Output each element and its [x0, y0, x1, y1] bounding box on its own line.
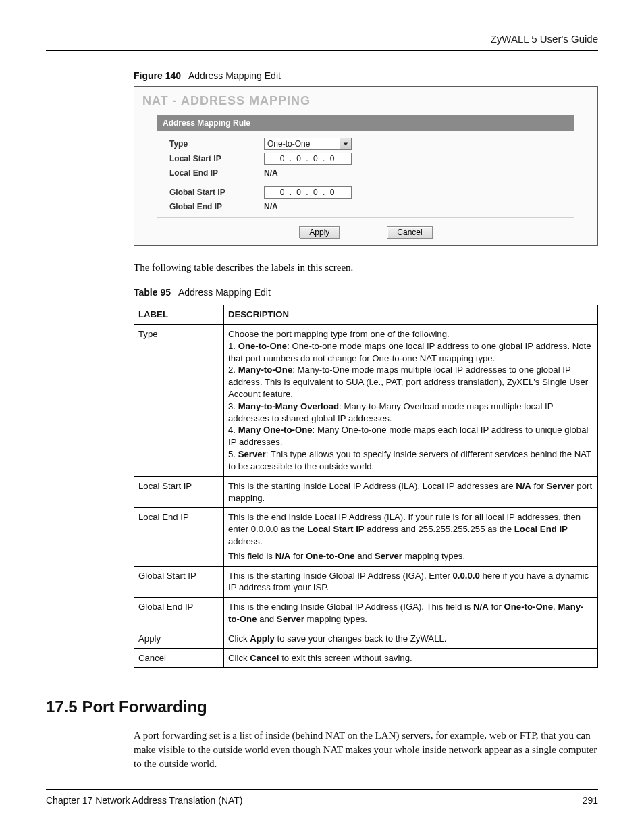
- table-cell-label: Global End IP: [134, 598, 224, 629]
- local-end-ip-label: Local End IP: [157, 167, 264, 178]
- table-number: Table 95: [134, 287, 171, 298]
- figure-screenshot: NAT - ADDRESS MAPPING Address Mapping Ru…: [134, 86, 598, 246]
- button-separator: [157, 217, 574, 218]
- dropdown-arrow-icon[interactable]: [340, 138, 351, 149]
- cancel-button[interactable]: Cancel: [387, 226, 432, 238]
- table-cell-desc: This is the end Inside Local IP Address …: [224, 508, 598, 566]
- svg-marker-0: [344, 142, 348, 145]
- table-row: Global End IPThis is the ending Inside G…: [134, 598, 598, 629]
- footer-rule: [46, 789, 598, 790]
- table-header-desc: DESCRIPTION: [224, 305, 598, 325]
- intro-paragraph: The following table describes the labels…: [134, 261, 598, 274]
- type-row: Type One-to-One: [157, 138, 574, 150]
- table-cell-desc: This is the ending Inside Global IP Addr…: [224, 598, 598, 629]
- table-row: Global Start IPThis is the starting Insi…: [134, 566, 598, 598]
- running-header: ZyWALL 5 User's Guide: [46, 32, 598, 46]
- table-row: Local Start IPThis is the starting Insid…: [134, 476, 598, 508]
- table-title: Address Mapping Edit: [178, 287, 271, 298]
- button-row: Apply Cancel: [134, 226, 597, 238]
- table-cell-label: Type: [134, 324, 224, 476]
- global-start-ip-input[interactable]: 0 . 0 . 0 . 0: [264, 186, 352, 199]
- description-table: LABEL DESCRIPTION TypeChoose the port ma…: [134, 305, 598, 668]
- fields-area: Type One-to-One Local Start IP 0 . 0 . 0…: [157, 138, 574, 212]
- table-cell-label: Apply: [134, 629, 224, 648]
- footer: Chapter 17 Network Address Translation (…: [46, 789, 598, 807]
- section-heading: 17.5 Port Forwarding: [46, 696, 598, 718]
- table-caption: Table 95 Address Mapping Edit: [134, 286, 598, 299]
- global-start-ip-label: Global Start IP: [157, 187, 264, 198]
- header-rule: [46, 50, 598, 51]
- table-cell-label: Local Start IP: [134, 476, 224, 508]
- local-end-ip-value: N/A: [264, 167, 278, 178]
- table-cell-label: Cancel: [134, 648, 224, 668]
- global-start-ip-row: Global Start IP 0 . 0 . 0 . 0: [157, 186, 574, 199]
- table-row: TypeChoose the port mapping type from on…: [134, 324, 598, 476]
- figure-caption: Figure 140 Address Mapping Edit: [134, 70, 598, 82]
- table-cell-desc: Choose the port mapping type from one of…: [224, 324, 598, 476]
- local-start-ip-input[interactable]: 0 . 0 . 0 . 0: [264, 153, 352, 165]
- table-cell-desc: Click Apply to save your changes back to…: [224, 629, 598, 648]
- figure-number: Figure 140: [134, 70, 181, 81]
- apply-button[interactable]: Apply: [299, 226, 340, 238]
- address-mapping-rule-bar: Address Mapping Rule: [157, 115, 574, 130]
- local-start-ip-row: Local Start IP 0 . 0 . 0 . 0: [157, 153, 574, 165]
- type-label: Type: [157, 138, 264, 149]
- main-column: Figure 140 Address Mapping Edit NAT - AD…: [134, 70, 598, 668]
- footer-right: 291: [583, 794, 598, 807]
- table-cell-desc: This is the starting Inside Global IP Ad…: [224, 566, 598, 598]
- global-end-ip-label: Global End IP: [157, 201, 264, 212]
- table-cell-label: Global Start IP: [134, 566, 224, 598]
- panel-title: NAT - ADDRESS MAPPING: [134, 87, 597, 115]
- table-row: CancelClick Cancel to exit this screen w…: [134, 648, 598, 668]
- type-selected-value: One-to-One: [265, 138, 340, 149]
- type-dropdown[interactable]: One-to-One: [264, 138, 352, 150]
- table-row: Local End IPThis is the end Inside Local…: [134, 508, 598, 566]
- local-end-ip-row: Local End IP N/A: [157, 167, 574, 178]
- local-start-ip-label: Local Start IP: [157, 153, 264, 164]
- footer-left: Chapter 17 Network Address Translation (…: [46, 794, 243, 807]
- table-cell-desc: Click Cancel to exit this screen without…: [224, 648, 598, 668]
- global-end-ip-value: N/A: [264, 201, 278, 212]
- table-cell-label: Local End IP: [134, 508, 224, 566]
- figure-title: Address Mapping Edit: [188, 70, 281, 81]
- section-paragraph: A port forwarding set is a list of insid…: [134, 729, 598, 771]
- table-header-label: LABEL: [134, 305, 224, 325]
- table-cell-desc: This is the starting Inside Local IP Add…: [224, 476, 598, 508]
- table-row: ApplyClick Apply to save your changes ba…: [134, 629, 598, 648]
- global-end-ip-row: Global End IP N/A: [157, 201, 574, 212]
